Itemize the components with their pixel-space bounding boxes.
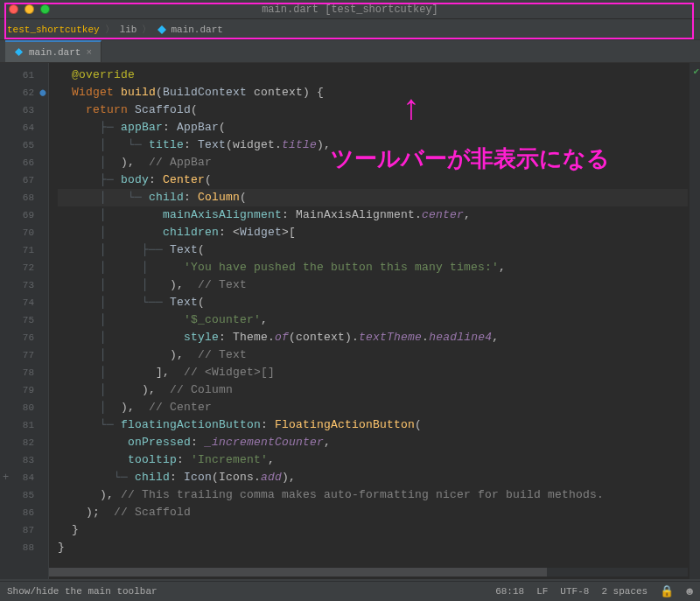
code-line[interactable]: │ mainAxisAlignment: MainAxisAlignment.c… <box>58 206 688 224</box>
code-line[interactable]: │ │ 'You have pushed the button this man… <box>58 259 688 276</box>
gutter-line: 70 <box>0 224 48 241</box>
gutter-line: 72 <box>0 259 48 276</box>
gutter-line: 76 <box>0 329 48 346</box>
code-line[interactable]: │ └─ child: Column( <box>58 189 688 206</box>
code-line[interactable]: │ ), // Column <box>58 381 688 399</box>
navigation-bar: test_shortcutkey 〉 lib 〉 main.dart <box>0 19 700 40</box>
gutter-line: 79 <box>0 381 48 399</box>
minimize-window-button[interactable] <box>24 4 34 14</box>
code-line[interactable]: │ ), // Center <box>58 399 688 416</box>
gutter-line: 68 <box>0 189 48 206</box>
gutter-line: 69 <box>0 206 48 224</box>
chevron-right-icon: 〉 <box>103 23 116 36</box>
line-separator[interactable]: LF <box>536 586 548 597</box>
gutter-line: 62⬤ <box>0 84 48 101</box>
svg-marker-1 <box>15 48 23 56</box>
code-line[interactable]: │ │ ), // Text <box>58 276 688 294</box>
window-titlebar: main.dart [test_shortcutkey] <box>0 0 700 19</box>
code-line[interactable]: tooltip: 'Increment', <box>58 451 688 469</box>
code-line[interactable]: ), // This trailing comma makes auto-for… <box>58 486 688 504</box>
code-line[interactable]: │ '$_counter', <box>58 311 688 329</box>
code-line[interactable]: │ ), // Text <box>58 346 688 364</box>
code-line[interactable]: │ ├── Text( <box>58 241 688 259</box>
code-line[interactable]: └─ child: Icon(Icons.add), <box>58 469 688 486</box>
tab-label: main.dart <box>29 47 80 58</box>
gutter-line: 77 <box>0 346 48 364</box>
gutter-line: 65 <box>0 136 48 154</box>
analysis-ok-icon: ✔ <box>693 66 699 77</box>
gutter-line: 71 <box>0 241 48 259</box>
ide-feedback-icon[interactable]: ☻ <box>686 585 693 598</box>
gutter-line: 67 <box>0 171 48 189</box>
window-controls <box>0 4 50 14</box>
code-line[interactable]: onPressed: _incrementCounter, <box>58 434 688 451</box>
gutter-line: 87 <box>0 521 48 539</box>
zoom-window-button[interactable] <box>40 4 50 14</box>
code-line[interactable]: │ └── Text( <box>58 294 688 311</box>
gutter-line: 84+ <box>0 469 48 486</box>
close-tab-icon[interactable]: × <box>86 47 92 58</box>
dart-file-icon <box>14 47 24 58</box>
code-line[interactable]: │ ], // <Widget>[] <box>58 364 688 381</box>
indent-setting[interactable]: 2 spaces <box>601 586 648 597</box>
gutter-line: 61 <box>0 66 48 84</box>
gutter-line: 80 <box>0 399 48 416</box>
breadcrumb-folder[interactable]: lib <box>120 24 137 35</box>
dart-file-icon <box>157 24 167 34</box>
gutter-line: 66 <box>0 154 48 171</box>
override-gutter-icon[interactable]: ⬤ <box>39 89 46 96</box>
caret-position[interactable]: 68:18 <box>495 586 524 597</box>
editor-gutter: 6162⬤63646566676869707172737475767778798… <box>0 63 49 579</box>
gutter-line: 63 <box>0 101 48 119</box>
window-title: main.dart [test_shortcutkey] <box>0 3 700 16</box>
svg-marker-0 <box>158 25 166 34</box>
breadcrumb-file[interactable]: main.dart <box>171 24 222 35</box>
gutter-line: 78 <box>0 364 48 381</box>
horizontal-scrollbar[interactable] <box>49 568 688 577</box>
gutter-line: 86 <box>0 504 48 521</box>
code-line[interactable]: │ ), // AppBar <box>58 154 688 171</box>
code-line[interactable]: Widget build(BuildContext context) { <box>58 84 688 101</box>
status-bar: Show/hide the main toolbar 68:18 LF UTF-… <box>0 581 700 601</box>
code-line[interactable]: } <box>58 539 688 556</box>
code-line[interactable]: } <box>58 521 688 539</box>
scrollbar-thumb[interactable] <box>49 568 547 577</box>
code-line[interactable]: │ └─ title: Text(widget.title), <box>58 136 688 154</box>
gutter-line: 75 <box>0 311 48 329</box>
gutter-line: 85 <box>0 486 48 504</box>
status-hint-text: Show/hide the main toolbar <box>7 586 158 597</box>
editor-code-area[interactable]: @override Widget build(BuildContext cont… <box>49 63 688 565</box>
code-line[interactable]: ├─ appBar: AppBar( <box>58 119 688 136</box>
code-line[interactable]: ├─ body: Center( <box>58 171 688 189</box>
gutter-line: 83 <box>0 451 48 469</box>
file-encoding[interactable]: UTF-8 <box>560 586 589 597</box>
readonly-lock-icon[interactable]: 🔒 <box>660 584 674 598</box>
gutter-line: 81 <box>0 416 48 434</box>
close-window-button[interactable] <box>9 4 18 14</box>
code-line[interactable]: @override <box>58 66 688 84</box>
gutter-line: 88 <box>0 539 48 556</box>
breadcrumb-project[interactable]: test_shortcutkey <box>7 24 100 35</box>
code-line[interactable]: └─ floatingActionButton: FloatingActionB… <box>58 416 688 434</box>
tab-main-dart[interactable]: main.dart × <box>5 40 102 62</box>
code-line[interactable]: │ style: Theme.of(context).textTheme.hea… <box>58 329 688 346</box>
editor-marker-stripe: ✔ <box>690 63 700 579</box>
code-line[interactable]: ); // Scaffold <box>58 504 688 521</box>
code-line[interactable]: return Scaffold( <box>58 101 688 119</box>
gutter-line: 74 <box>0 294 48 311</box>
add-line-gutter-icon[interactable]: + <box>3 472 9 484</box>
code-editor[interactable]: 6162⬤63646566676869707172737475767778798… <box>0 63 700 579</box>
gutter-line: 73 <box>0 276 48 294</box>
gutter-line: 82 <box>0 434 48 451</box>
editor-tabs: main.dart × <box>0 40 700 63</box>
chevron-right-icon: 〉 <box>140 23 153 36</box>
gutter-line: 64 <box>0 119 48 136</box>
code-line[interactable]: │ children: <Widget>[ <box>58 224 688 241</box>
